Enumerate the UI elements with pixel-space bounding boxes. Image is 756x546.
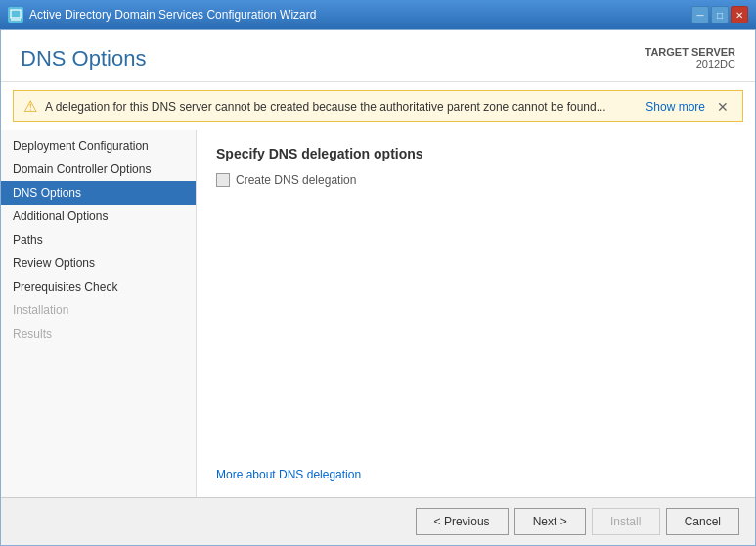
minimize-button[interactable]: ─ [691, 6, 709, 23]
show-more-link[interactable]: Show more [645, 100, 705, 114]
sidebar-item-review-options[interactable]: Review Options [1, 251, 196, 275]
warning-banner: ⚠ A delegation for this DNS server canno… [13, 90, 743, 122]
footer: < Previous Next > Install Cancel [1, 497, 755, 545]
warning-text: A delegation for this DNS server cannot … [45, 100, 638, 114]
warning-close-button[interactable]: ✕ [713, 99, 733, 114]
section-title: Specify DNS delegation options [216, 146, 735, 161]
server-info: TARGET SERVER 2012DC [645, 46, 736, 69]
sidebar-item-paths[interactable]: Paths [1, 228, 196, 251]
content-area: Specify DNS delegation options Create DN… [197, 130, 755, 497]
warning-icon: ⚠ [23, 97, 37, 115]
body: Deployment Configuration Domain Controll… [1, 130, 755, 497]
page-title: DNS Options [21, 46, 146, 71]
cancel-button[interactable]: Cancel [666, 508, 739, 535]
sidebar-item-prerequisites-check[interactable]: Prerequisites Check [1, 275, 196, 298]
window-title: Active Directory Domain Services Configu… [29, 8, 316, 22]
app-icon [8, 7, 23, 23]
dns-delegation-row: Create DNS delegation [216, 173, 735, 187]
next-button[interactable]: Next > [514, 508, 586, 535]
create-dns-delegation-checkbox[interactable] [216, 173, 230, 187]
close-button[interactable]: ✕ [731, 6, 748, 23]
more-about-dns-delegation-link[interactable]: More about DNS delegation [216, 468, 735, 481]
create-dns-delegation-label: Create DNS delegation [236, 173, 356, 187]
title-bar: Active Directory Domain Services Configu… [0, 0, 756, 29]
sidebar-item-installation: Installation [1, 298, 196, 322]
sidebar-item-dns-options[interactable]: DNS Options [1, 181, 196, 205]
title-bar-controls: ─ □ ✕ [691, 6, 748, 23]
sidebar: Deployment Configuration Domain Controll… [1, 130, 197, 497]
server-label: TARGET SERVER [645, 46, 736, 58]
sidebar-item-deployment-configuration[interactable]: Deployment Configuration [1, 134, 196, 158]
sidebar-item-domain-controller-options[interactable]: Domain Controller Options [1, 158, 196, 181]
title-bar-left: Active Directory Domain Services Configu… [8, 7, 316, 23]
install-button: Install [592, 508, 660, 535]
header: DNS Options TARGET SERVER 2012DC [1, 30, 755, 82]
sidebar-item-results: Results [1, 322, 196, 345]
maximize-button[interactable]: □ [711, 6, 729, 23]
svg-rect-0 [11, 10, 21, 18]
server-name: 2012DC [645, 58, 736, 69]
sidebar-item-additional-options[interactable]: Additional Options [1, 205, 196, 228]
previous-button[interactable]: < Previous [416, 508, 509, 535]
main-window: DNS Options TARGET SERVER 2012DC ⚠ A del… [0, 29, 756, 546]
content-spacer [216, 206, 735, 468]
